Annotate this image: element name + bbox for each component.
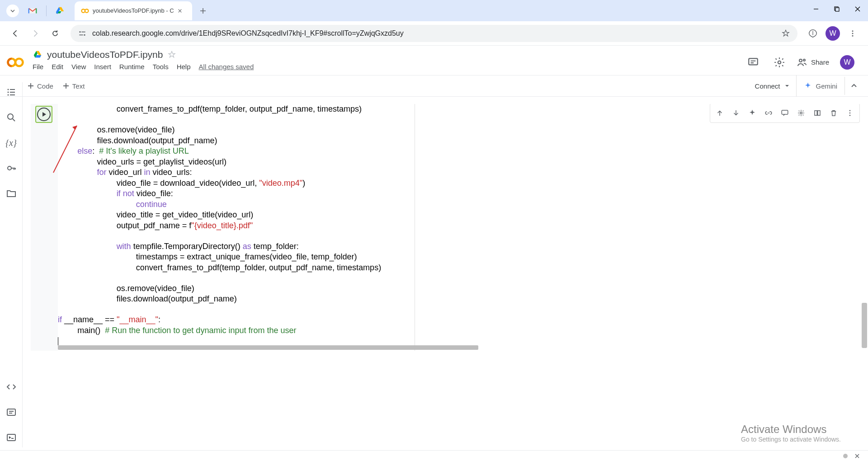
site-settings-icon (78, 29, 87, 38)
drive-pinned-tab[interactable] (53, 4, 67, 18)
arrow-left-icon (11, 29, 20, 38)
delete-cell-button[interactable] (826, 105, 841, 121)
code-snippets-button[interactable] (5, 381, 18, 393)
move-down-button[interactable] (728, 105, 744, 121)
colab-footer (0, 450, 868, 461)
command-palette-button[interactable] (5, 406, 18, 419)
play-icon (41, 112, 47, 117)
cell-menu-button[interactable] (842, 105, 858, 121)
vertical-scrollbar[interactable] (862, 303, 867, 348)
forward-button[interactable] (27, 25, 43, 42)
left-sidebar: {x} (0, 82, 23, 447)
svg-rect-22 (782, 110, 788, 114)
secrets-button[interactable] (5, 162, 18, 174)
svg-point-14 (803, 59, 805, 61)
tab-list-dropdown[interactable] (6, 5, 19, 17)
svg-point-8 (852, 35, 854, 36)
link-cell-button[interactable] (761, 105, 776, 121)
terminal-icon (6, 432, 17, 443)
settings-button[interactable] (770, 53, 788, 71)
add-text-button[interactable]: Text (62, 82, 85, 90)
cell-gutter (31, 104, 58, 351)
menu-file[interactable]: File (33, 63, 43, 71)
maximize-button[interactable] (826, 0, 847, 18)
menu-edit[interactable]: Edit (52, 63, 63, 71)
menu-insert[interactable]: Insert (94, 63, 111, 71)
search-button[interactable] (5, 111, 18, 124)
svg-point-23 (800, 112, 802, 114)
sparkle-icon (804, 82, 812, 90)
search-icon (6, 112, 17, 123)
toc-button[interactable] (5, 86, 18, 99)
add-code-button[interactable]: Code (27, 82, 53, 90)
move-up-button[interactable] (712, 105, 727, 121)
code-editor[interactable]: convert_frames_to_pdf(temp_folder, outpu… (58, 104, 415, 351)
arrow-up-icon (716, 109, 724, 117)
svg-point-4 (79, 31, 80, 33)
list-icon (6, 87, 17, 98)
menu-help[interactable]: Help (177, 63, 191, 71)
tab-separator (46, 5, 47, 16)
svg-point-27 (849, 113, 851, 114)
terminal-button[interactable] (5, 431, 18, 444)
colab-logo[interactable] (5, 52, 25, 72)
close-window-button[interactable] (847, 0, 868, 18)
new-tab-button[interactable] (196, 4, 210, 18)
minimize-button[interactable] (806, 0, 826, 18)
gemini-cell-button[interactable] (745, 105, 760, 121)
code-cell: convert_frames_to_pdf(temp_folder, outpu… (31, 104, 860, 351)
colab-header: youtubeVideosToPDF.ipynb File Edit View … (0, 46, 868, 75)
plus-icon (199, 7, 207, 14)
svg-point-13 (799, 59, 802, 62)
svg-point-16 (7, 92, 9, 93)
leaf-icon (808, 28, 818, 38)
menu-view[interactable]: View (71, 63, 86, 71)
menu-runtime[interactable]: Runtime (119, 63, 145, 71)
variables-button[interactable]: {x} (5, 136, 18, 149)
svg-point-10 (15, 58, 23, 66)
people-icon (797, 57, 807, 68)
chevron-up-icon (850, 82, 858, 89)
comment-cell-button[interactable] (777, 105, 793, 121)
active-tab[interactable]: youtubeVideosToPDF.ipynb - C (75, 1, 192, 20)
gemini-button[interactable]: Gemini (796, 75, 844, 97)
svg-point-1 (85, 9, 89, 13)
chrome-menu-button[interactable] (844, 25, 861, 42)
gmail-icon (28, 6, 38, 16)
svg-rect-11 (749, 58, 758, 65)
colab-profile-button[interactable]: W (840, 55, 854, 70)
notebook-filename[interactable]: youtubeVideosToPDF.ipynb (47, 49, 163, 60)
svg-point-26 (849, 110, 851, 111)
collapse-button[interactable] (844, 77, 863, 95)
close-tab-button[interactable] (178, 7, 186, 15)
close-icon (178, 8, 182, 14)
tab-title: youtubeVideosToPDF.ipynb - C (93, 7, 178, 14)
cell-settings-button[interactable] (793, 105, 809, 121)
menu-tools[interactable]: Tools (153, 63, 169, 71)
extension-button[interactable] (805, 25, 821, 42)
close-footer-icon[interactable] (854, 453, 860, 459)
mirror-cell-button[interactable] (810, 105, 825, 121)
colab-toolbar: Code Text Connect Gemini (0, 75, 868, 97)
code-icon (6, 381, 17, 392)
menubar: File Edit View Insert Runtime Tools Help… (33, 60, 744, 75)
browser-profile-button[interactable]: W (826, 26, 840, 41)
arrow-down-icon (732, 109, 740, 117)
gmail-pinned-tab[interactable] (25, 4, 40, 18)
horizontal-scrollbar[interactable] (58, 345, 478, 350)
colab-logo-icon (5, 52, 25, 72)
trash-icon (830, 109, 838, 117)
run-cell-button[interactable] (35, 106, 52, 123)
variable-icon: {x} (5, 138, 17, 148)
url-input[interactable]: colab.research.google.com/drive/1Ehdj9SR… (71, 25, 797, 42)
star-outline-icon[interactable] (167, 50, 176, 59)
comments-button[interactable] (744, 53, 762, 71)
files-button[interactable] (5, 187, 18, 200)
reload-button[interactable] (47, 25, 63, 42)
connect-button[interactable]: Connect (749, 82, 797, 90)
bookmark-star-icon[interactable] (781, 29, 790, 38)
reload-icon (51, 29, 60, 38)
back-button[interactable] (7, 25, 24, 42)
save-status[interactable]: All changes saved (199, 63, 254, 71)
share-button[interactable]: Share (797, 57, 829, 68)
